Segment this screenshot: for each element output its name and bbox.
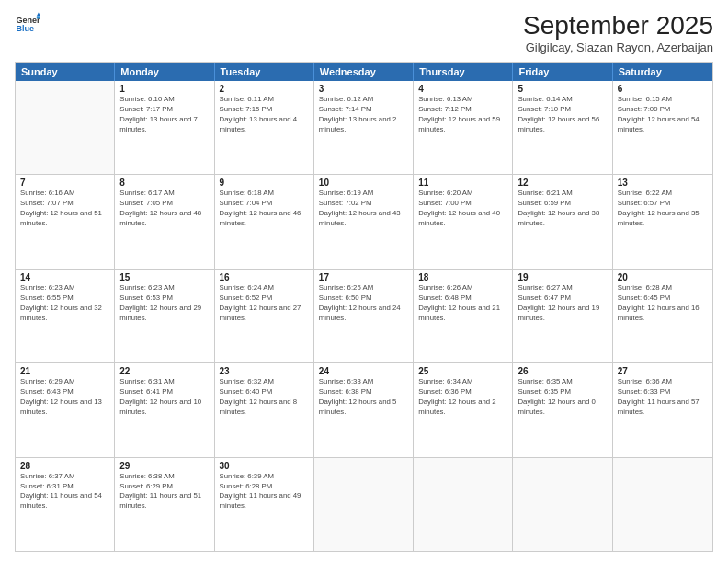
day-cell-3: 3Sunrise: 6:12 AMSunset: 7:14 PMDaylight… — [314, 81, 414, 174]
cell-info: Sunrise: 6:18 AMSunset: 7:04 PMDaylight:… — [220, 189, 309, 229]
day-cell-5: 5Sunrise: 6:14 AMSunset: 7:10 PMDaylight… — [513, 81, 612, 174]
week-row-5: 28Sunrise: 6:37 AMSunset: 6:31 PMDayligh… — [16, 458, 712, 551]
week-row-4: 21Sunrise: 6:29 AMSunset: 6:43 PMDayligh… — [16, 363, 712, 457]
cell-info: Sunrise: 6:27 AMSunset: 6:47 PMDaylight:… — [518, 283, 607, 324]
cell-info: Sunrise: 6:34 AMSunset: 6:36 PMDaylight:… — [418, 377, 507, 418]
date-number: 12 — [518, 178, 607, 188]
empty-cell — [613, 458, 712, 551]
day-cell-24: 24Sunrise: 6:33 AMSunset: 6:38 PMDayligh… — [314, 363, 414, 456]
date-number: 25 — [418, 366, 507, 376]
calendar: SundayMondayTuesdayWednesdayThursdayFrid… — [15, 62, 713, 552]
weekday-header-monday: Monday — [115, 63, 214, 81]
date-number: 13 — [618, 178, 708, 188]
date-number: 6 — [618, 84, 708, 94]
date-number: 11 — [418, 178, 507, 188]
date-number: 30 — [220, 461, 309, 471]
cell-info: Sunrise: 6:29 AMSunset: 6:43 PMDaylight:… — [20, 377, 109, 418]
day-cell-4: 4Sunrise: 6:13 AMSunset: 7:12 PMDaylight… — [414, 81, 513, 174]
date-number: 24 — [319, 366, 408, 376]
day-cell-9: 9Sunrise: 6:18 AMSunset: 7:04 PMDaylight… — [215, 175, 314, 268]
day-cell-7: 7Sunrise: 6:16 AMSunset: 7:07 PMDaylight… — [16, 175, 115, 268]
cell-info: Sunrise: 6:26 AMSunset: 6:48 PMDaylight:… — [418, 283, 507, 324]
day-cell-18: 18Sunrise: 6:26 AMSunset: 6:48 PMDayligh… — [414, 270, 513, 362]
day-cell-8: 8Sunrise: 6:17 AMSunset: 7:05 PMDaylight… — [115, 175, 214, 268]
date-number: 28 — [20, 461, 109, 471]
day-cell-26: 26Sunrise: 6:35 AMSunset: 6:35 PMDayligh… — [513, 363, 612, 456]
cell-info: Sunrise: 6:39 AMSunset: 6:28 PMDaylight:… — [220, 472, 309, 512]
cell-info: Sunrise: 6:22 AMSunset: 6:57 PMDaylight:… — [618, 189, 708, 229]
day-cell-13: 13Sunrise: 6:22 AMSunset: 6:57 PMDayligh… — [613, 175, 712, 268]
cell-info: Sunrise: 6:38 AMSunset: 6:29 PMDaylight:… — [119, 472, 209, 512]
cell-info: Sunrise: 6:21 AMSunset: 6:59 PMDaylight:… — [518, 189, 607, 229]
cell-info: Sunrise: 6:24 AMSunset: 6:52 PMDaylight:… — [220, 283, 309, 324]
date-number: 17 — [319, 272, 408, 282]
empty-cell — [513, 458, 612, 551]
day-cell-19: 19Sunrise: 6:27 AMSunset: 6:47 PMDayligh… — [513, 270, 612, 362]
date-number: 8 — [119, 178, 209, 188]
date-number: 15 — [119, 272, 209, 282]
date-number: 18 — [418, 272, 507, 282]
cell-info: Sunrise: 6:13 AMSunset: 7:12 PMDaylight:… — [418, 95, 507, 135]
weekday-header-wednesday: Wednesday — [314, 63, 414, 81]
date-number: 4 — [418, 84, 507, 94]
cell-info: Sunrise: 6:25 AMSunset: 6:50 PMDaylight:… — [319, 283, 408, 324]
date-number: 7 — [20, 178, 109, 188]
cell-info: Sunrise: 6:11 AMSunset: 7:15 PMDaylight:… — [220, 95, 309, 135]
weekday-header-sunday: Sunday — [16, 63, 115, 81]
cell-info: Sunrise: 6:23 AMSunset: 6:53 PMDaylight:… — [119, 283, 209, 324]
svg-marker-2 — [37, 12, 40, 16]
day-cell-17: 17Sunrise: 6:25 AMSunset: 6:50 PMDayligh… — [314, 270, 414, 362]
weekday-header-friday: Friday — [513, 63, 612, 81]
day-cell-12: 12Sunrise: 6:21 AMSunset: 6:59 PMDayligh… — [513, 175, 612, 268]
day-cell-28: 28Sunrise: 6:37 AMSunset: 6:31 PMDayligh… — [16, 458, 115, 551]
cell-info: Sunrise: 6:14 AMSunset: 7:10 PMDaylight:… — [518, 95, 607, 135]
day-cell-11: 11Sunrise: 6:20 AMSunset: 7:00 PMDayligh… — [414, 175, 513, 268]
date-number: 14 — [20, 272, 109, 282]
date-number: 1 — [119, 84, 209, 94]
day-cell-1: 1Sunrise: 6:10 AMSunset: 7:17 PMDaylight… — [115, 81, 214, 174]
date-number: 3 — [319, 84, 408, 94]
date-number: 10 — [319, 178, 408, 188]
day-cell-30: 30Sunrise: 6:39 AMSunset: 6:28 PMDayligh… — [215, 458, 314, 551]
calendar-header: SundayMondayTuesdayWednesdayThursdayFrid… — [16, 63, 712, 81]
day-cell-10: 10Sunrise: 6:19 AMSunset: 7:02 PMDayligh… — [314, 175, 414, 268]
day-cell-21: 21Sunrise: 6:29 AMSunset: 6:43 PMDayligh… — [16, 363, 115, 456]
logo: General Blue — [15, 11, 40, 37]
date-number: 23 — [220, 366, 309, 376]
cell-info: Sunrise: 6:20 AMSunset: 7:00 PMDaylight:… — [418, 189, 507, 229]
date-number: 27 — [618, 366, 708, 376]
cell-info: Sunrise: 6:23 AMSunset: 6:55 PMDaylight:… — [20, 283, 109, 324]
cell-info: Sunrise: 6:10 AMSunset: 7:17 PMDaylight:… — [119, 95, 209, 135]
weekday-header-thursday: Thursday — [414, 63, 513, 81]
date-number: 21 — [20, 366, 109, 376]
date-number: 2 — [220, 84, 309, 94]
week-row-3: 14Sunrise: 6:23 AMSunset: 6:55 PMDayligh… — [16, 270, 712, 363]
month-title: September 2025 — [523, 11, 713, 40]
day-cell-16: 16Sunrise: 6:24 AMSunset: 6:52 PMDayligh… — [215, 270, 314, 362]
date-number: 19 — [518, 272, 607, 282]
day-cell-2: 2Sunrise: 6:11 AMSunset: 7:15 PMDaylight… — [215, 81, 314, 174]
cell-info: Sunrise: 6:31 AMSunset: 6:41 PMDaylight:… — [119, 377, 209, 418]
day-cell-14: 14Sunrise: 6:23 AMSunset: 6:55 PMDayligh… — [16, 270, 115, 362]
day-cell-25: 25Sunrise: 6:34 AMSunset: 6:36 PMDayligh… — [414, 363, 513, 456]
cell-info: Sunrise: 6:28 AMSunset: 6:45 PMDaylight:… — [618, 283, 708, 324]
day-cell-29: 29Sunrise: 6:38 AMSunset: 6:29 PMDayligh… — [115, 458, 214, 551]
empty-cell — [314, 458, 414, 551]
cell-info: Sunrise: 6:33 AMSunset: 6:38 PMDaylight:… — [319, 377, 408, 418]
day-cell-6: 6Sunrise: 6:15 AMSunset: 7:09 PMDaylight… — [613, 81, 712, 174]
empty-cell — [414, 458, 513, 551]
date-number: 20 — [618, 272, 708, 282]
date-number: 29 — [119, 461, 209, 471]
date-number: 16 — [220, 272, 309, 282]
day-cell-15: 15Sunrise: 6:23 AMSunset: 6:53 PMDayligh… — [115, 270, 214, 362]
logo-icon: General Blue — [15, 11, 40, 37]
cell-info: Sunrise: 6:32 AMSunset: 6:40 PMDaylight:… — [220, 377, 309, 418]
day-cell-20: 20Sunrise: 6:28 AMSunset: 6:45 PMDayligh… — [613, 270, 712, 362]
date-number: 5 — [518, 84, 607, 94]
week-row-1: 1Sunrise: 6:10 AMSunset: 7:17 PMDaylight… — [16, 81, 712, 175]
title-area: September 2025 Gilgilcay, Siazan Rayon, … — [523, 11, 713, 54]
cell-info: Sunrise: 6:36 AMSunset: 6:33 PMDaylight:… — [618, 377, 708, 418]
date-number: 9 — [220, 178, 309, 188]
cell-info: Sunrise: 6:16 AMSunset: 7:07 PMDaylight:… — [20, 189, 109, 229]
cell-info: Sunrise: 6:17 AMSunset: 7:05 PMDaylight:… — [119, 189, 209, 229]
